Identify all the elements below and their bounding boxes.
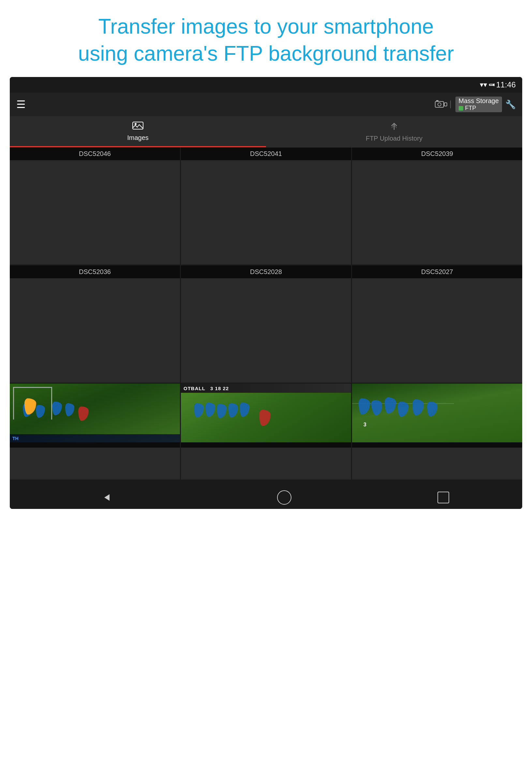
cell-label-9 [352, 442, 522, 448]
cell-label-8 [181, 442, 351, 448]
svg-rect-2 [444, 103, 447, 106]
battery-icon [489, 84, 493, 86]
banner-8: OTBALL 3 18 22 [181, 384, 351, 393]
promo-title: Transfer images to your smartphone using… [26, 13, 506, 67]
images-tab-label: Images [127, 134, 149, 142]
camera-icon-group [434, 99, 452, 109]
hamburger-menu[interactable]: ☰ [16, 98, 26, 111]
upload-icon [388, 121, 400, 131]
top-bar: ☰ Mass Storage FTP 🔧 [10, 93, 522, 116]
cell-label-4: DSC52036 [10, 265, 180, 278]
ftp-tab-icon [388, 121, 400, 134]
wrench-icon[interactable]: 🔧 [505, 99, 516, 110]
ftp-tab-label: FTP Upload History [366, 135, 422, 142]
svg-rect-0 [435, 101, 444, 107]
camera-icon [434, 99, 447, 109]
cell-label-7 [10, 442, 180, 448]
promo-header: Transfer images to your smartphone using… [0, 0, 532, 77]
recents-button[interactable] [437, 492, 449, 503]
svg-point-5 [135, 123, 137, 125]
images-tab-icon [132, 121, 144, 133]
storage-label: Mass Storage [459, 97, 499, 105]
image-cell-9[interactable]: 3 [352, 384, 522, 480]
tab-images[interactable]: Images [10, 116, 266, 147]
status-icons: ▾▾ [480, 81, 493, 89]
ftp-label: FTP [465, 105, 476, 111]
nav-bar [10, 486, 522, 509]
cell-image-9: 3 [352, 384, 522, 442]
wifi-icon: ▾▾ [480, 81, 487, 89]
svg-rect-4 [133, 122, 143, 129]
image-icon [132, 121, 144, 131]
ftp-status-dot [459, 106, 463, 111]
storage-badge: Mass Storage FTP [456, 97, 502, 112]
promo-line2: using camera's FTP background transfer [78, 42, 454, 65]
image-cell-3[interactable]: ∞ 5 14 DSC52039 [352, 147, 522, 264]
cell-label-2: DSC52041 [181, 147, 351, 160]
image-grid: ⚽ OOTBALL TEAM FU DSC52046 [10, 147, 522, 479]
top-bar-right: Mass Storage FTP 🔧 [434, 97, 516, 112]
status-time: 11:46 [496, 80, 516, 89]
image-cell-4[interactable]: LL CLUB ∞ 5 44 DSC52036 [10, 265, 180, 383]
image-cell-1[interactable]: ⚽ OOTBALL TEAM FU DSC52046 [10, 147, 180, 264]
image-cell-6[interactable]: A M ▣ FL⚽OTI DSC52027 [352, 265, 522, 383]
cell-label-1: DSC52046 [10, 147, 180, 160]
status-bar: ▾▾ 11:46 [10, 77, 522, 93]
cell-label-3: DSC52039 [352, 147, 522, 160]
tab-bar: Images FTP Upload History [10, 116, 522, 147]
image-cell-2[interactable]: DSC52041 [181, 147, 351, 264]
device-frame: ▾▾ 11:46 ☰ Mass Storage [10, 77, 522, 508]
back-button[interactable] [83, 490, 131, 505]
cell-label-6: DSC52027 [352, 265, 522, 278]
image-cell-8[interactable]: OTBALL 3 18 22 [181, 384, 351, 480]
image-cell-7[interactable]: TH [10, 384, 180, 480]
tab-ftp-history[interactable]: FTP Upload History [266, 116, 522, 147]
svg-marker-7 [104, 494, 110, 501]
svg-point-1 [438, 103, 441, 106]
ftp-row: FTP [459, 105, 476, 111]
cell-label-5: DSC52028 [181, 265, 351, 278]
cell-image-8: OTBALL 3 18 22 [181, 384, 351, 442]
bottom-space [10, 480, 522, 486]
home-button[interactable] [277, 490, 291, 505]
svg-rect-3 [436, 100, 438, 101]
cell-image-7: TH [10, 384, 180, 442]
image-cell-5[interactable]: DSC52028 [181, 265, 351, 383]
back-icon [102, 493, 111, 502]
promo-line1: Transfer images to your smartphone [98, 15, 434, 38]
